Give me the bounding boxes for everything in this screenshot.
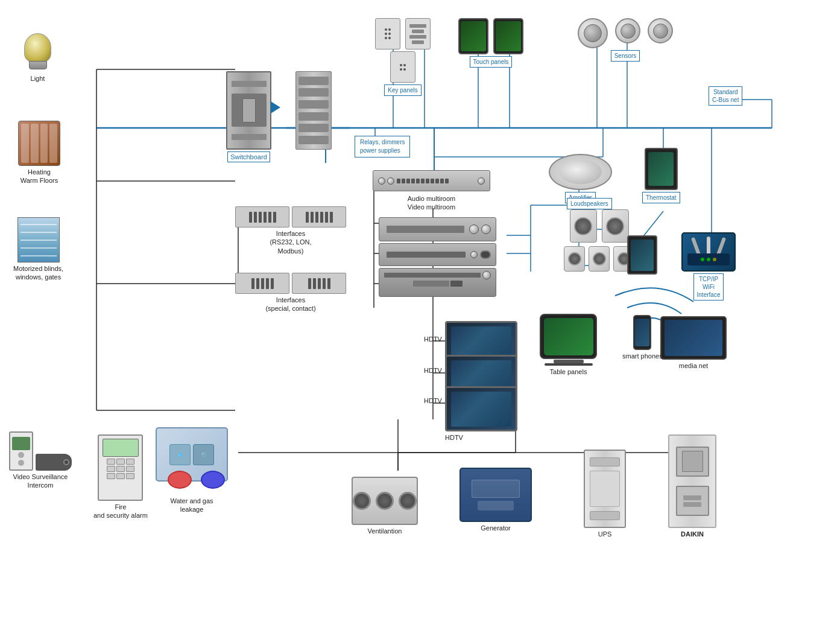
loudspeakers-node: Loudspeakers bbox=[564, 196, 634, 272]
ups-icon bbox=[584, 450, 626, 528]
sensors-label: Sensors bbox=[611, 50, 640, 62]
interfaces-special-label: Interfaces(special, contact) bbox=[265, 296, 315, 313]
av-devices-node bbox=[379, 217, 496, 297]
thermostat-display-node bbox=[627, 235, 657, 275]
smart-phones-node: smart phones bbox=[622, 315, 663, 360]
media-net-node: media net bbox=[660, 316, 727, 370]
interfaces-special-node: Interfaces(special, contact) bbox=[235, 273, 346, 313]
table-panels-node: Table panels bbox=[540, 314, 597, 376]
interfaces-rs232-node: Interfaces(RS232, LON,Modbus) bbox=[235, 206, 346, 255]
fire-alarm-icon bbox=[98, 434, 143, 501]
heating-node: HeatingWarm Floors bbox=[18, 121, 60, 185]
audio-multiroom-node: Audio multiroomVideo multiroom bbox=[373, 170, 490, 212]
hdtv3-side-label: HDTV bbox=[424, 397, 442, 404]
av-device-4-icon bbox=[379, 268, 496, 297]
key-panels-label: Key panels bbox=[384, 84, 421, 96]
hdtv1-side-label: HDTV bbox=[424, 336, 442, 343]
relay-dimmers-node: Relays, dimmerspower supplies bbox=[355, 136, 410, 157]
light-icon bbox=[21, 33, 54, 72]
ups-label: UPS bbox=[598, 530, 612, 538]
hdtv2-side-label: HDTV bbox=[424, 367, 442, 374]
media-net-label: media net bbox=[679, 361, 708, 370]
thermostat-icon bbox=[645, 148, 678, 190]
water-gas-label: Water and gasleakage bbox=[170, 497, 213, 514]
din-rail-node bbox=[295, 71, 332, 150]
interfaces-rs232-label: Interfaces(RS232, LON,Modbus) bbox=[270, 229, 311, 255]
switchboard-icon bbox=[226, 71, 271, 150]
video-surveillance-icon bbox=[9, 431, 72, 471]
daikin-label: DAIKIN bbox=[681, 530, 704, 538]
touch-panels-node: Touch panels bbox=[458, 18, 523, 68]
thermostat-label: Thermostat bbox=[642, 192, 680, 203]
generator-label: Generator bbox=[481, 524, 511, 532]
audio-device-1-icon bbox=[373, 170, 490, 191]
ventilation-icon bbox=[352, 477, 418, 525]
generator-icon bbox=[459, 468, 532, 522]
key-panels-icon bbox=[375, 18, 431, 49]
touch-panels-icon bbox=[458, 18, 523, 54]
relay-dimmers-label: Relays, dimmerspower supplies bbox=[355, 136, 410, 157]
hdtv3-label: HDTV bbox=[445, 433, 517, 442]
key-panels-node: Key panels bbox=[375, 18, 431, 96]
hdtv3-node: HDTV bbox=[445, 386, 517, 442]
video-surveillance-label: Video SurveillanceIntercom bbox=[13, 472, 68, 490]
loudspeakers-label: Loudspeakers bbox=[567, 198, 612, 209]
ups-node: UPS bbox=[584, 450, 626, 538]
fire-alarm-label: Fireand security alarm bbox=[93, 503, 148, 520]
touch-panels-label: Touch panels bbox=[470, 56, 513, 68]
interfaces-rs232-icon bbox=[235, 206, 346, 227]
thermostat-display-icon bbox=[627, 235, 657, 275]
loudspeakers-icon bbox=[570, 209, 629, 243]
arrow-icon bbox=[271, 101, 280, 113]
generator-node: Generator bbox=[459, 468, 532, 532]
heating-icon bbox=[18, 121, 60, 166]
table-panels-icon bbox=[540, 314, 597, 359]
water-gas-icon: 💧 ⚙️ bbox=[156, 427, 228, 482]
standard-cbus-node: StandardC-Bus net bbox=[709, 84, 742, 106]
blinds-node: Motorized blinds,windows, gates bbox=[13, 217, 63, 282]
smart-phones-label: smart phones bbox=[622, 352, 663, 360]
ventilation-node: Ventilantion bbox=[352, 477, 418, 535]
av-device-3-icon bbox=[379, 243, 496, 266]
hdtv3-icon bbox=[445, 386, 517, 431]
blinds-label: Motorized blinds,windows, gates bbox=[13, 264, 63, 282]
din-rail-icon bbox=[295, 71, 332, 150]
switchboard-label: Switchboard bbox=[227, 151, 270, 162]
daikin-icon bbox=[668, 434, 716, 528]
tcp-wifi-node: TCP/IPWiFiInterface bbox=[681, 232, 736, 301]
daikin-node: DAIKIN bbox=[668, 434, 716, 538]
standard-cbus-label: StandardC-Bus net bbox=[709, 86, 742, 106]
audio-multiroom-label: Audio multiroomVideo multiroom bbox=[408, 194, 455, 212]
water-gas-node: 💧 ⚙️ Water and gasleakage bbox=[156, 427, 228, 514]
blinds-icon bbox=[17, 217, 60, 262]
media-net-icon bbox=[660, 316, 727, 360]
smart-phones-icon bbox=[633, 315, 651, 350]
sensors-icon bbox=[578, 18, 673, 48]
table-panels-label: Table panels bbox=[550, 367, 587, 376]
fire-alarm-node: Fireand security alarm bbox=[93, 434, 148, 520]
interfaces-special-icon bbox=[235, 273, 346, 294]
ventilation-label: Ventilantion bbox=[368, 527, 402, 535]
heating-label: HeatingWarm Floors bbox=[21, 168, 58, 185]
video-surveillance-node: Video SurveillanceIntercom bbox=[9, 431, 72, 490]
tcp-wifi-icon bbox=[681, 232, 736, 272]
av-device-2-icon bbox=[379, 217, 496, 241]
tcp-wifi-label: TCP/IPWiFiInterface bbox=[693, 273, 724, 301]
sensors-node: Sensors bbox=[578, 18, 673, 62]
light-label: Light bbox=[31, 74, 45, 83]
switchboard-node: Switchboard bbox=[226, 71, 271, 162]
light-node: Light bbox=[21, 33, 54, 83]
amplifier-icon bbox=[549, 154, 612, 190]
thermostat-node: Thermostat bbox=[642, 148, 680, 203]
